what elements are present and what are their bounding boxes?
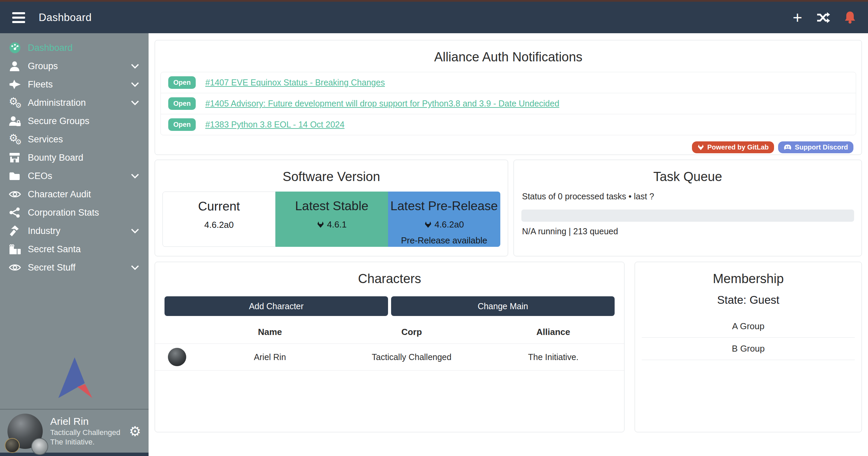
add-icon[interactable]: + [793,9,802,26]
software-version-title: Software Version [155,170,508,184]
task-queue-progress-bar [521,210,854,222]
membership-state: State: Guest [635,294,862,306]
chevron-down-icon [131,82,139,87]
version-stable-box: Latest Stable 4.6.1 [275,192,388,247]
sidebar-item-label: Services [28,134,139,145]
sidebar-item-secret-stuff[interactable]: Secret Stuff [0,258,149,277]
sidebar-item-secret-santa[interactable]: Secret Santa [0,240,149,258]
chevron-down-icon [131,174,139,179]
sidebar-item-label: Administration [28,98,131,108]
prerelease-note: Pre-Release available [388,235,500,246]
store-icon [9,152,28,163]
corp-column-header: Corp [341,320,483,343]
membership-panel: Membership State: Guest A Group B Group [635,262,862,432]
page-title: Dashboard [39,12,92,24]
sidebar-item-fleets[interactable]: Fleets [0,75,149,94]
top-navbar: Dashboard + [0,2,868,33]
alliance-logo-badge [31,438,48,455]
sidebar-item-label: Secure Groups [28,116,139,126]
character-name: Ariel Rin [199,348,341,366]
notifications-title: Alliance Auth Notifications [155,50,862,64]
eye-icon [9,189,28,200]
corp-logo-badge [5,438,20,453]
dashboard-page: Dashboard + [0,0,868,456]
sidebar-item-corporation-stats[interactable]: Corporation Stats [0,203,149,222]
task-queue-status-text: Status of 0 processed tasks • last ? [522,192,853,201]
sidebar-user-panel: Ariel Rin Tactically Challenged The Init… [0,410,149,453]
task-queue-count-text: N/A running | 213 queued [522,226,853,236]
discord-icon [784,144,792,151]
user-settings-gear-icon[interactable]: ⚙ [129,424,141,438]
sidebar-item-administration[interactable]: ⚙⚙ Administration [0,94,149,112]
hammer-icon [9,225,28,237]
sidebar-item-secure-groups[interactable]: Secure Groups [0,112,149,130]
bell-icon[interactable] [844,11,856,24]
version-stable-label: Latest Stable [275,199,388,213]
status-badge: Open [168,97,196,110]
chevron-down-icon [131,265,139,270]
gifts-icon [9,243,28,255]
version-prerelease-value: 4.6.2a0 [435,219,464,230]
sidebar-item-label: Secret Santa [28,244,139,255]
menu-toggle-icon[interactable] [12,12,25,23]
user-name: Ariel Rin [50,415,120,428]
version-prerelease-box: Latest Pre-Release 4.6.2a0 Pre-Release a… [388,192,500,247]
notification-link[interactable]: #1405 Advisory: Future development will … [205,99,559,108]
alliance-auth-logo [0,357,149,409]
notifications-list: Open #1407 EVE Equinox Status - Breaking… [160,72,856,135]
notification-item: Open #1407 EVE Equinox Status - Breaking… [161,72,856,93]
folder-icon [9,170,28,182]
shuffle-icon[interactable] [816,12,830,23]
notification-link[interactable]: #1383 Python 3.8 EOL - 14 Oct 2024 [205,120,344,130]
character-corp: Tactically Challenged [341,348,483,366]
notification-item: Open #1383 Python 3.8 EOL - 14 Oct 2024 [161,114,856,135]
change-main-button[interactable]: Change Main [391,296,615,316]
notification-item: Open #1405 Advisory: Future development … [161,93,856,114]
notification-link[interactable]: #1407 EVE Equinox Status - Breaking Chan… [205,78,385,87]
sidebar-item-industry[interactable]: Industry [0,222,149,240]
version-stable-value: 4.6.1 [327,219,347,230]
sidebar-item-ceos[interactable]: CEOs [0,167,149,185]
user-alliance: The Initiative. [50,437,120,447]
chevron-down-icon [131,64,139,69]
characters-table-header: Name Corp Alliance [155,320,624,344]
name-column-header: Name [199,320,341,343]
sidebar-item-dashboard[interactable]: Dashboard [0,39,149,57]
sidebar-item-label: Groups [28,61,131,72]
sidebar: Dashboard Groups [0,33,149,456]
software-version-panel: Software Version Current 4.6.2a0 Latest … [155,160,508,256]
eye-icon [9,262,28,273]
sidebar-item-groups[interactable]: Groups [0,57,149,75]
sidebar-item-services[interactable]: ⚙⚙ Services [0,130,149,148]
gitlab-icon [697,144,704,151]
characters-title: Characters [155,272,624,286]
membership-title: Membership [635,272,862,286]
main-content: Alliance Auth Notifications Open #1407 E… [149,33,868,456]
powered-by-gitlab-badge[interactable]: Powered by GitLab [692,141,774,153]
status-badge: Open [168,76,196,89]
sidebar-item-character-audit[interactable]: Character Audit [0,185,149,203]
add-character-button[interactable]: Add Character [165,296,388,316]
sidebar-item-label: Character Audit [28,189,139,200]
task-queue-title: Task Queue [514,170,862,184]
support-discord-badge[interactable]: Support Discord [778,141,853,153]
user-avatar [7,414,43,449]
sidebar-item-label: Bounty Board [28,153,139,163]
version-prerelease-label: Latest Pre-Release [388,199,500,213]
version-current-box: Current 4.6.2a0 [162,192,275,247]
character-alliance: The Initiative. [482,348,624,366]
portrait-column-header [155,325,199,338]
status-badge: Open [168,118,196,131]
user-lock-icon [9,115,28,127]
dashboard-gauge-icon [9,42,28,54]
sidebar-item-bounty-board[interactable]: Bounty Board [0,148,149,167]
sidebar-item-label: Corporation Stats [28,207,139,218]
sidebar-bottom-strip [0,453,149,456]
share-nodes-icon [9,207,28,218]
version-current-label: Current [163,199,275,214]
sidebar-item-label: CEOs [28,171,131,181]
membership-group-item: B Group [642,338,855,360]
version-current-value: 4.6.2a0 [204,220,234,230]
sidebar-item-label: Dashboard [28,43,139,53]
task-queue-panel: Task Queue Status of 0 processed tasks •… [514,160,862,256]
